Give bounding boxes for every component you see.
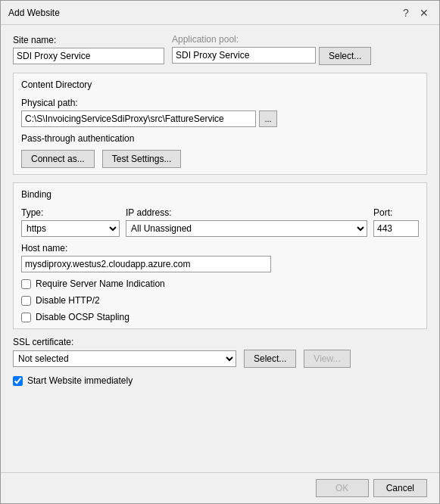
test-settings-button[interactable]: Test Settings... bbox=[102, 150, 182, 168]
site-name-label: Site name: bbox=[13, 35, 164, 45]
binding-row: Type: http https IP address: All Unassig… bbox=[21, 207, 419, 237]
disable-ocsp-checkbox[interactable] bbox=[21, 313, 31, 322]
sni-checkbox[interactable] bbox=[21, 279, 31, 289]
binding-title: Binding bbox=[21, 189, 419, 200]
ok-button[interactable]: OK bbox=[316, 479, 369, 497]
ssl-label: SSL certificate: bbox=[13, 337, 427, 347]
hostname-input[interactable] bbox=[21, 256, 271, 272]
port-input[interactable] bbox=[373, 220, 419, 237]
start-immediately-checkbox[interactable] bbox=[13, 376, 23, 386]
binding-section: Binding Type: http https IP address: All… bbox=[13, 182, 427, 329]
title-bar: Add Website ? ✕ bbox=[1, 1, 439, 25]
content-directory-title: Content Directory bbox=[21, 79, 419, 90]
ssl-controls-row: Not selected Select... View... bbox=[13, 350, 427, 368]
pass-through-label: Pass-through authentication bbox=[21, 133, 419, 144]
site-pool-row: Site name: Application pool: Select... bbox=[13, 34, 427, 65]
type-label: Type: bbox=[21, 207, 120, 218]
port-label: Port: bbox=[373, 207, 419, 218]
sni-row: Require Server Name Indication bbox=[21, 278, 419, 289]
title-bar-left: Add Website bbox=[8, 8, 60, 18]
dialog-footer: OK Cancel bbox=[1, 472, 439, 503]
cancel-button[interactable]: Cancel bbox=[373, 479, 427, 497]
app-pool-input[interactable] bbox=[172, 47, 316, 64]
disable-ocsp-label: Disable OCSP Stapling bbox=[36, 312, 130, 322]
site-name-input[interactable] bbox=[13, 48, 164, 64]
start-immediately-row: Start Website immediately bbox=[13, 375, 427, 386]
hostname-label: Host name: bbox=[21, 243, 419, 254]
disable-http2-label: Disable HTTP/2 bbox=[36, 295, 100, 306]
content-directory-section: Content Directory Physical path: ... Pas… bbox=[13, 73, 427, 175]
app-pool-select-button[interactable]: Select... bbox=[319, 47, 371, 65]
ssl-view-button[interactable]: View... bbox=[304, 350, 350, 368]
ssl-select-button[interactable]: Select... bbox=[244, 350, 296, 368]
app-pool-label: Application pool: bbox=[172, 34, 371, 45]
type-select[interactable]: http https bbox=[21, 220, 120, 237]
physical-path-input[interactable] bbox=[21, 110, 256, 127]
help-button[interactable]: ? bbox=[398, 5, 413, 20]
ip-label: IP address: bbox=[126, 207, 367, 218]
sni-label: Require Server Name Indication bbox=[36, 278, 165, 289]
site-name-group: Site name: bbox=[13, 35, 164, 64]
physical-path-label: Physical path: bbox=[21, 98, 419, 108]
close-button[interactable]: ✕ bbox=[417, 5, 432, 20]
port-group: Port: bbox=[373, 207, 419, 237]
ocsp-row: Disable OCSP Stapling bbox=[21, 312, 419, 322]
dialog-title: Add Website bbox=[8, 8, 60, 18]
physical-path-group: Physical path: ... bbox=[21, 98, 419, 127]
ssl-group: SSL certificate: Not selected Select... … bbox=[13, 337, 427, 368]
http2-row: Disable HTTP/2 bbox=[21, 295, 419, 306]
connect-as-button[interactable]: Connect as... bbox=[21, 150, 95, 168]
hostname-group: Host name: bbox=[21, 243, 419, 272]
app-pool-group: Application pool: Select... bbox=[172, 34, 371, 65]
auth-buttons-row: Connect as... Test Settings... bbox=[21, 150, 419, 168]
disable-http2-checkbox[interactable] bbox=[21, 296, 31, 306]
add-website-dialog: Add Website ? ✕ Site name: Application p… bbox=[0, 0, 440, 504]
ssl-select[interactable]: Not selected bbox=[13, 350, 236, 367]
browse-button[interactable]: ... bbox=[259, 110, 277, 127]
dialog-content: Site name: Application pool: Select... C… bbox=[1, 25, 439, 472]
title-bar-controls: ? ✕ bbox=[398, 5, 432, 20]
start-immediately-label: Start Website immediately bbox=[27, 375, 133, 386]
ip-select[interactable]: All Unassigned bbox=[126, 220, 367, 237]
ip-group: IP address: All Unassigned bbox=[126, 207, 367, 237]
type-group: Type: http https bbox=[21, 207, 120, 237]
